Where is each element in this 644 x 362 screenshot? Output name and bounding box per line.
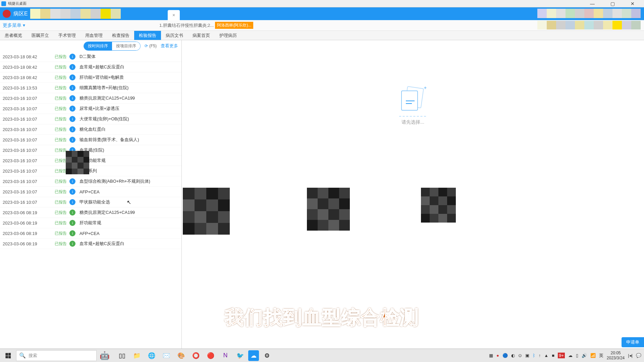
report-status: 已报告 xyxy=(55,210,69,216)
report-row[interactable]: 2023-03-16 13:53 已报告 i 细菌真菌培养+药敏(住院) xyxy=(0,83,181,93)
report-time: 2023-03-06 08:19 xyxy=(3,241,55,246)
report-name: 肝功能常规 xyxy=(79,220,101,226)
report-row[interactable]: 2023-03-06 08:19 已报告 i AFP+CEA xyxy=(0,228,181,239)
status-dot-icon: i xyxy=(69,189,75,195)
report-row[interactable]: 2023-03-18 08:42 已报告 i 肝功能+肾功能+电解质 xyxy=(0,72,181,83)
nav-tab-8[interactable]: 护理病历 xyxy=(215,31,241,40)
tray-icon[interactable]: ● xyxy=(496,353,499,358)
tray-icon[interactable]: ⊙ xyxy=(518,353,522,358)
status-dot-icon: i xyxy=(69,126,75,132)
more-menu-dropdown[interactable]: 更多菜单 ▾ xyxy=(3,22,25,28)
tray-icon[interactable]: ▯ xyxy=(576,353,578,358)
close-tab-icon[interactable]: × xyxy=(170,12,177,18)
report-row[interactable]: 2023-03-16 10:07 已报告 i 血常规(住院) xyxy=(0,145,181,156)
refresh-button[interactable]: ⟳(F5) xyxy=(145,44,157,48)
taskbar-search[interactable]: 🔍 搜索 xyxy=(16,350,97,361)
edge-browser-icon[interactable]: 🌐 xyxy=(145,349,158,362)
report-name: AFP+CEA xyxy=(79,231,100,236)
app-icon-4[interactable]: ⚙ xyxy=(260,349,274,362)
tray-icon[interactable]: ▣ xyxy=(525,353,529,358)
report-status: 已报告 xyxy=(55,231,69,236)
tray-icon[interactable]: 🔵 xyxy=(502,353,508,358)
search-icon: 🔍 xyxy=(19,352,26,359)
maximize-button[interactable]: ▢ xyxy=(606,1,619,6)
apply-button[interactable]: 申请单 xyxy=(622,337,644,347)
taskbar-clock[interactable]: 20:05 2023/3/24 xyxy=(607,351,625,360)
report-status: 已报告 xyxy=(55,96,69,101)
tray-icon[interactable]: ☁ xyxy=(568,353,573,358)
nav-tab-3[interactable]: 用血管理 xyxy=(80,31,107,40)
document-tab[interactable]: × xyxy=(168,10,180,20)
report-time: 2023-03-06 08:19 xyxy=(3,221,55,226)
minimize-button[interactable]: — xyxy=(586,1,599,6)
diagnosis-text: 1.胆囊结石伴慢性胆囊炎;2... xyxy=(159,22,214,28)
report-status: 已报告 xyxy=(55,116,69,122)
tray-icon[interactable]: ▲ xyxy=(544,353,548,358)
report-row[interactable]: 2023-03-16 10:07 已报告 i 糖化血红蛋白 xyxy=(0,124,181,135)
sort-by-time[interactable]: 按时间排序 xyxy=(84,42,112,50)
nav-tab-5[interactable]: 检验报告 xyxy=(134,31,161,40)
status-dot-icon: i xyxy=(69,106,75,112)
chrome-icon[interactable]: 🔴 xyxy=(204,349,217,362)
redacted-region xyxy=(537,21,641,29)
tray-icon[interactable]: ◐ xyxy=(511,353,515,358)
status-dot-icon: i xyxy=(69,85,75,91)
video-caption: 我们找到血型综合检测 xyxy=(225,305,419,330)
volume-icon[interactable]: 🔊 xyxy=(582,353,587,358)
nav-tab-4[interactable]: 检查报告 xyxy=(107,31,134,40)
notifications-icon[interactable]: 💬 xyxy=(636,353,641,358)
report-row[interactable]: 2023-03-06 08:19 已报告 i 糖类抗原测定CA125+CA199 xyxy=(0,207,181,218)
report-list: 2023-03-18 08:42 已报告 i D二聚体2023-03-18 08… xyxy=(0,52,181,349)
report-row[interactable]: 2023-03-16 10:07 已报告 i 甲状腺功能全选 xyxy=(0,197,181,207)
tray-icon[interactable]: |◂| xyxy=(628,353,633,358)
sort-by-item[interactable]: 按项目排序 xyxy=(112,42,140,50)
ime-indicator[interactable]: 英 xyxy=(599,353,603,359)
report-row[interactable]: 2023-03-16 10:07 已报告 i 输血前筛查(限手术、备血病人) xyxy=(0,135,181,145)
nav-tab-0[interactable]: 患者概览 xyxy=(0,31,27,40)
report-time: 2023-03-18 08:42 xyxy=(3,65,55,70)
status-dot-icon: i xyxy=(69,209,75,216)
task-view-icon[interactable]: ▯▯ xyxy=(115,349,129,362)
status-dot-icon: i xyxy=(69,95,75,101)
app-icon-3[interactable]: 🐦 xyxy=(233,349,247,362)
tray-icon[interactable]: 9+ xyxy=(558,353,565,358)
start-button[interactable] xyxy=(0,349,16,362)
report-row[interactable]: 2023-03-16 10:07 已报告 i 凝血功能常规 xyxy=(0,156,181,166)
mail-icon[interactable]: ✉️ xyxy=(160,349,173,362)
report-time: 2023-03-16 10:07 xyxy=(3,127,55,132)
report-name: 尿常规+比重+渗透压 xyxy=(79,106,119,112)
tray-icon[interactable]: ■ xyxy=(552,353,554,358)
drug-tag: 阿洛西林(阿乐欣)... xyxy=(215,22,253,29)
close-button[interactable]: ✕ xyxy=(626,1,639,6)
report-row[interactable]: 2023-03-06 08:19 已报告 i 肝功能常规 xyxy=(0,218,181,228)
wifi-icon[interactable]: 📶 xyxy=(590,353,596,358)
report-row[interactable]: 2023-03-06 08:19 已报告 i 血常规+超敏C反应蛋白 xyxy=(0,239,181,249)
bluetooth-icon[interactable]: ᛒ xyxy=(533,353,535,358)
report-row[interactable]: 2023-03-16 10:07 已报告 i AFP+CEA xyxy=(0,187,181,197)
onenote-icon[interactable]: N xyxy=(219,349,232,362)
report-time: 2023-03-16 10:07 xyxy=(3,200,55,205)
report-row[interactable]: 2023-03-18 08:42 已报告 i D二聚体 xyxy=(0,52,181,62)
report-row[interactable]: 2023-03-16 10:07 已报告 i 大便常规(虫卵)+OB(住院) xyxy=(0,114,181,124)
nav-tab-2[interactable]: 手术管理 xyxy=(54,31,80,40)
file-explorer-icon[interactable]: 📁 xyxy=(130,349,144,362)
report-name: 细菌真菌培养+药敏(住院) xyxy=(79,85,128,91)
nav-tab-7[interactable]: 病案首页 xyxy=(188,31,215,40)
nav-tab-6[interactable]: 病历文书 xyxy=(161,31,188,40)
app-icon-1[interactable]: 🎨 xyxy=(174,349,188,362)
report-row[interactable]: 2023-03-18 08:42 已报告 i 血常规+超敏C反应蛋白 xyxy=(0,62,181,72)
report-row[interactable]: 2023-03-16 10:07 已报告 i 糖类抗原测定CA125+CA199 xyxy=(0,93,181,104)
redacted-region xyxy=(421,188,456,223)
report-status: 已报告 xyxy=(55,220,69,226)
tray-icon[interactable]: ▦ xyxy=(489,353,493,358)
cloud-app-icon[interactable]: ☁ xyxy=(248,350,259,361)
app-title: 病区E xyxy=(13,10,28,17)
cortana-icon[interactable]: 🤖 xyxy=(97,351,113,360)
report-row[interactable]: 2023-03-16 10:07 已报告 i 尿常规+比重+渗透压 xyxy=(0,104,181,114)
nav-tab-1[interactable]: 医嘱开立 xyxy=(27,31,54,40)
tray-icon[interactable]: ↑ xyxy=(539,353,541,358)
report-row[interactable]: 2023-03-16 10:07 已报告 i 血型综合检测(ABO+Rh+不规则… xyxy=(0,176,181,187)
app-icon-2[interactable]: ⭕ xyxy=(189,349,203,362)
view-more-link[interactable]: 查看更多 xyxy=(161,43,178,49)
report-row[interactable]: 2023-03-16 10:07 已报告 i 生化系列 xyxy=(0,166,181,176)
